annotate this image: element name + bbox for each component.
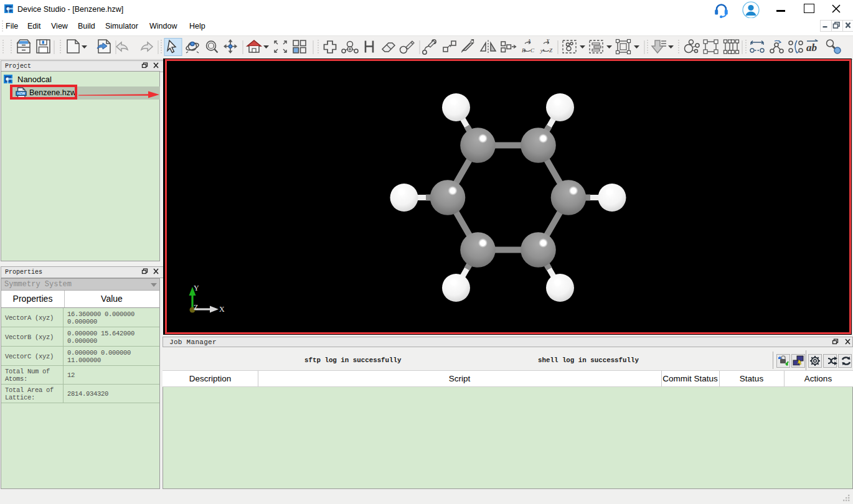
- svg-text:B: B: [522, 47, 525, 54]
- svg-text:A: A: [527, 38, 531, 44]
- svg-text:Y: Y: [194, 284, 199, 292]
- svg-text:Z: Z: [194, 303, 198, 312]
- svg-text:C: C: [530, 47, 535, 54]
- svg-text:X: X: [219, 305, 225, 314]
- svg-text:y: y: [540, 47, 543, 54]
- svg-text:ab: ab: [806, 42, 817, 54]
- svg-text:X: X: [545, 38, 550, 44]
- svg-text:Z: Z: [549, 47, 553, 54]
